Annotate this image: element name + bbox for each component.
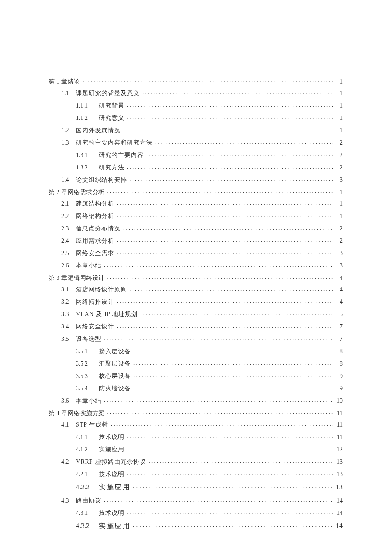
- leader-dots: [104, 262, 333, 267]
- entry-title: 网络拓扑设计: [76, 299, 114, 305]
- page-number: 5: [335, 311, 343, 317]
- toc-entry-1-2[interactable]: 1.2 国内外发展情况 1: [61, 126, 343, 134]
- toc-entry-ch3[interactable]: 第 3 章逻辑网络设计 4: [49, 274, 343, 281]
- leader-dots: [133, 372, 333, 378]
- entry-title: 设备选型: [76, 336, 101, 342]
- toc-entry-ch2[interactable]: 第 2 章网络需求分析 1: [49, 188, 343, 195]
- page-number: 1: [335, 128, 343, 134]
- toc-entry-1-4[interactable]: 1.4 论文组织结构安排 3: [61, 176, 343, 183]
- toc-entry-2-1[interactable]: 2.1 建筑结构分析 1: [61, 200, 343, 207]
- page-number: 11: [335, 410, 343, 416]
- entry-number: 1.1: [61, 90, 76, 96]
- page-number: 3: [335, 263, 343, 269]
- entry-number: 4.2: [61, 459, 76, 465]
- toc-entry-3-5-2[interactable]: 3.5.2 汇聚层设备 8: [76, 360, 343, 367]
- entry-number: 1.1.1: [76, 103, 99, 109]
- entry-number: 3.5.2: [76, 361, 99, 367]
- entry-number: 4.2.1: [76, 471, 99, 477]
- entry-number: 2.2: [61, 213, 76, 219]
- leader-dots: [104, 335, 333, 341]
- toc-entry-1-3-1[interactable]: 1.3.1 研究的主要内容 2: [76, 151, 343, 158]
- toc-entry-2-5[interactable]: 2.5 网络安全需求 3: [61, 249, 343, 256]
- toc-entry-1-3[interactable]: 1.3 研究的主要内容和研究方法 2: [61, 139, 343, 146]
- entry-title: 建筑结构分析: [76, 201, 114, 207]
- entry-number: 4.3.1: [76, 510, 99, 516]
- entry-title: 核心层设备: [99, 373, 131, 379]
- entry-title: 第 2 章网络需求分析: [49, 189, 105, 195]
- entry-title: 本章小结: [76, 263, 101, 269]
- toc-entry-4-3-1[interactable]: 4.3.1 技术说明 14: [76, 509, 343, 516]
- page-number: 8: [335, 349, 343, 355]
- leader-dots: [130, 176, 333, 182]
- toc-entry-4-3-2[interactable]: 4.3.2 实施应用 14: [76, 521, 343, 529]
- entry-number: 4.3.2: [76, 523, 99, 529]
- page-number: 14: [335, 498, 343, 504]
- leader-dots: [107, 409, 334, 415]
- toc-entry-4-1-1[interactable]: 4.1.1 技术说明 11: [76, 433, 343, 440]
- toc-entry-2-2[interactable]: 2.2 网络架构分析 1: [61, 212, 343, 219]
- entry-title: 第 3 章逻辑网络设计: [49, 275, 105, 281]
- toc-entry-4-1[interactable]: 4.1 STP 生成树 11: [61, 421, 343, 428]
- leader-dots: [127, 433, 333, 439]
- page-number: 2: [335, 140, 343, 146]
- toc-entry-3-5-3[interactable]: 3.5.3 核心层设备 9: [76, 372, 343, 379]
- toc-entry-3-5-1[interactable]: 3.5.1 接入层设备 8: [76, 347, 343, 355]
- page-number: 10: [335, 398, 343, 404]
- toc-entry-1-1-2[interactable]: 1.1.2 研究意义 1: [76, 114, 343, 121]
- leader-dots: [133, 521, 333, 528]
- entry-title: 网络安全需求: [76, 250, 114, 256]
- toc-entry-4-2-2[interactable]: 4.2.2 实施应用 13: [76, 482, 343, 491]
- toc-entry-2-3[interactable]: 2.3 信息点分布情况 2: [61, 224, 343, 232]
- entry-title: 研究的主要内容: [99, 152, 144, 158]
- toc-entry-ch1[interactable]: 第 1 章绪论 1: [49, 78, 343, 85]
- leader-dots: [146, 151, 333, 157]
- page-number: 12: [335, 447, 343, 453]
- entry-title: 汇聚层设备: [99, 361, 131, 367]
- page-number: 1: [335, 201, 343, 207]
- toc-entry-3-5-4[interactable]: 3.5.4 防火墙设备 9: [76, 384, 343, 392]
- leader-dots: [111, 421, 333, 427]
- toc-entry-3-1[interactable]: 3.1 酒店网络设计原则 4: [61, 285, 343, 293]
- entry-number: 3.1: [61, 287, 76, 293]
- leader-dots: [104, 497, 333, 503]
- entry-number: 1.3: [61, 140, 76, 146]
- entry-number: 2.4: [61, 238, 76, 244]
- leader-dots: [149, 458, 333, 464]
- toc-entry-3-2[interactable]: 3.2 网络拓扑设计 4: [61, 298, 343, 305]
- toc-entry-4-3[interactable]: 4.3 路由协议 14: [61, 497, 343, 504]
- toc-entry-1-1-1[interactable]: 1.1.1 研究背景 1: [76, 102, 343, 109]
- toc-entry-4-2[interactable]: 4.2 VRRP 虚拟路由冗余协议 13: [61, 458, 343, 465]
- page-number: 7: [335, 324, 343, 330]
- toc-entry-2-6[interactable]: 2.6 本章小结 3: [61, 262, 343, 269]
- toc-entry-3-5[interactable]: 3.5 设备选型 7: [61, 335, 343, 342]
- toc-entry-3-6[interactable]: 3.6 本章小结 10: [61, 397, 343, 404]
- entry-title: 研究方法: [99, 165, 124, 171]
- toc-entry-3-4[interactable]: 3.4 网络安全设计 7: [61, 323, 343, 330]
- leader-dots: [133, 347, 333, 353]
- toc-entry-3-3[interactable]: 3.3 VLAN 及 IP 地址规划 5: [61, 310, 343, 317]
- page-number: 14: [335, 510, 343, 516]
- toc-entry-4-1-2[interactable]: 4.1.2 实施应用 12: [76, 445, 343, 453]
- entry-title: 路由协议: [76, 498, 101, 504]
- entry-number: 3.2: [61, 299, 76, 305]
- page-number: 2: [335, 152, 343, 158]
- entry-number: 4.2.2: [76, 484, 99, 491]
- page-number: 1: [335, 189, 343, 195]
- toc-entry-2-4[interactable]: 2.4 应用需求分析 2: [61, 237, 343, 244]
- entry-number: 3.5.3: [76, 373, 99, 379]
- toc-entry-1-3-2[interactable]: 1.3.2 研究方法 2: [76, 163, 343, 171]
- leader-dots: [104, 397, 333, 403]
- entry-number: 3.4: [61, 324, 76, 330]
- leader-dots: [155, 139, 333, 145]
- entry-title: 研究意义: [99, 115, 124, 121]
- leader-dots: [117, 298, 333, 304]
- page-number: 13: [335, 459, 343, 465]
- toc-entry-4-2-1[interactable]: 4.2.1 技术说明 13: [76, 470, 343, 477]
- entry-number: 4.3: [61, 498, 76, 504]
- page-number: 4: [335, 287, 343, 293]
- toc-entry-ch4[interactable]: 第 4 章网络实施方案 11: [49, 409, 343, 416]
- toc-entry-1-1[interactable]: 1.1 课题研究的背景及意义 1: [61, 89, 343, 96]
- entry-title: 国内外发展情况: [76, 128, 121, 134]
- leader-dots: [127, 163, 333, 169]
- entry-number: 1.2: [61, 128, 76, 134]
